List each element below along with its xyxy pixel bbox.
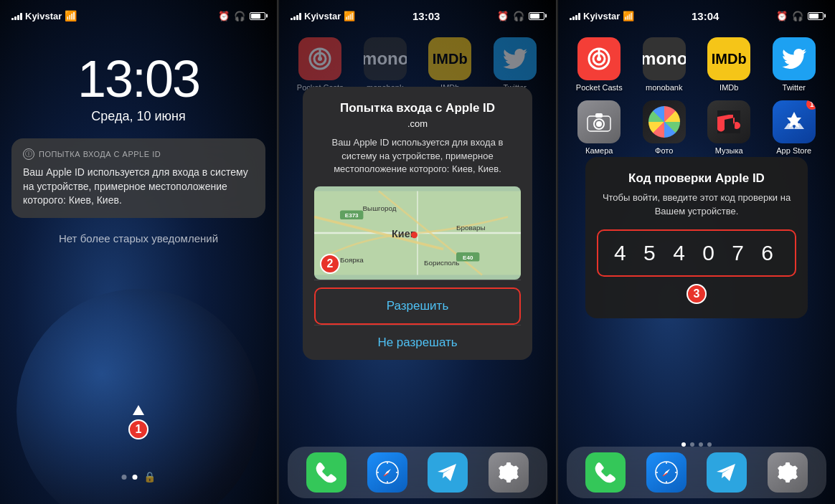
- status-right-1: ⏰ 🎧: [218, 11, 265, 22]
- carrier-1: Kyivstar 📶: [11, 10, 77, 22]
- svg-point-9: [411, 232, 418, 238]
- svg-text:Бровары: Бровары: [456, 224, 486, 232]
- verify-overlay: Код проверки Apple ID Чтобы войти, введи…: [558, 0, 835, 504]
- home-screen-2: Kyivstar 📶 13:03 ⏰ 🎧 Pocket Casts mono m…: [279, 0, 557, 504]
- verify-box[interactable]: Код проверки Apple ID Чтобы войти, введи…: [585, 157, 808, 318]
- no-more-notif: Нет более старых уведомлений: [0, 232, 277, 244]
- modal-overlay: Попытка входа с Apple ID .com Ваш Apple …: [279, 0, 556, 504]
- svg-text:E40: E40: [463, 255, 473, 261]
- carrier-name-1: Kyivstar: [25, 11, 62, 22]
- up-arrow-icon: [133, 405, 144, 415]
- lock-time: 13:03 Среда, 10 июня: [0, 53, 277, 124]
- modal-map: Киев E373 E40 Вышгород Бровары Боярка Бо…: [314, 186, 521, 280]
- lock-symbol: 🔒: [143, 471, 156, 482]
- lock-dots: 🔒: [122, 471, 156, 482]
- wifi-icon-1: 📶: [65, 10, 77, 22]
- verify-code: 4 5 4 0 7 6: [597, 229, 796, 277]
- svg-text:E373: E373: [345, 213, 359, 219]
- modal-actions: Разрешить Не разрешать: [314, 280, 521, 360]
- modal-subtitle: .com: [314, 118, 521, 129]
- notif-title: ПОПЫТКА ВХОДА С APPLE ID: [39, 150, 161, 158]
- lock-clock: 13:03: [0, 53, 277, 105]
- notif-warning-icon: ⓘ: [23, 148, 34, 160]
- step-badge-1: 1: [128, 419, 148, 439]
- home-screen-3: Kyivstar 📶 13:04 ⏰ 🎧 Pocket Casts mono m…: [558, 0, 835, 504]
- svg-text:Вышгород: Вышгород: [363, 204, 397, 212]
- svg-text:Боярка: Боярка: [340, 256, 364, 264]
- verify-body: Чтобы войти, введите этот код проверки н…: [597, 191, 796, 217]
- step-badge-3: 3: [687, 284, 707, 304]
- allow-button[interactable]: Разрешить: [314, 287, 521, 325]
- alarm-icon-1: ⏰: [218, 11, 230, 22]
- lock-screen: Kyivstar 📶 ⏰ 🎧 13:03 Среда, 10 июня ⓘ ПО…: [0, 0, 278, 504]
- battery-icon-1: [250, 12, 265, 20]
- dot-1: [122, 475, 127, 480]
- signal-icon: [11, 11, 22, 20]
- modal-title: Попытка входа с Apple ID: [314, 101, 521, 115]
- notif-header: ⓘ ПОПЫТКА ВХОДА С APPLE ID: [23, 148, 254, 160]
- notification-card[interactable]: ⓘ ПОПЫТКА ВХОДА С APPLE ID Ваш Apple ID …: [11, 138, 265, 218]
- apple-id-modal[interactable]: Попытка входа с Apple ID .com Ваш Apple …: [303, 87, 532, 361]
- svg-text:Борисполь: Борисполь: [424, 259, 459, 267]
- deny-button[interactable]: Не разрешать: [314, 325, 521, 360]
- headphones-icon-1: 🎧: [234, 11, 245, 22]
- verify-title: Код проверки Apple ID: [597, 171, 796, 186]
- lock-date: Среда, 10 июня: [0, 109, 277, 124]
- notif-body: Ваш Apple ID используется для входа в си…: [23, 166, 254, 208]
- status-bar-1: Kyivstar 📶 ⏰ 🎧: [0, 0, 277, 32]
- step-badge-2: 2: [320, 254, 340, 274]
- modal-body: Ваш Apple ID используется для входа в си…: [314, 136, 521, 177]
- dot-2: [133, 475, 138, 480]
- step-badge-3-wrapper: 3: [597, 284, 796, 304]
